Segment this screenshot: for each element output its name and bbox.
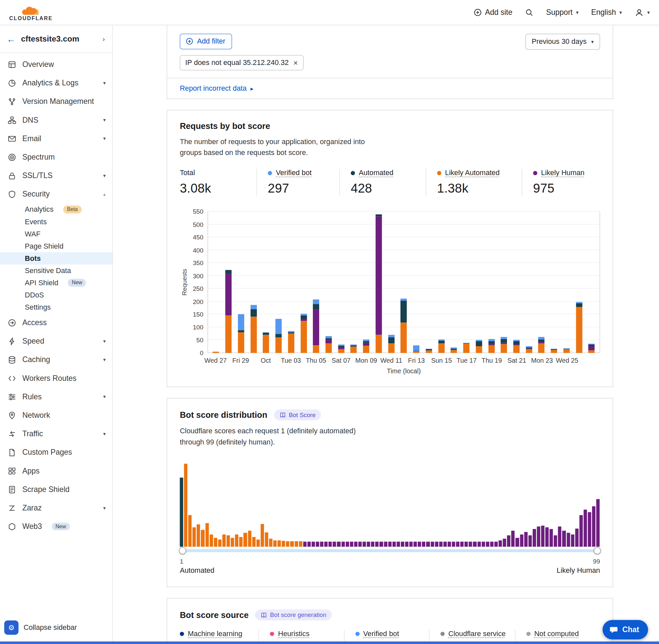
chevron-right-icon[interactable]: › xyxy=(102,35,105,43)
account-menu[interactable]: ▾ xyxy=(635,8,650,17)
sidebar-item-apps[interactable]: Apps xyxy=(0,462,112,480)
language-menu[interactable]: English ▾ xyxy=(591,8,622,17)
distribution-bar xyxy=(278,540,281,547)
x-tick: Fri 13 xyxy=(410,357,423,365)
stat-label: Verified bot xyxy=(276,169,312,178)
sidebar-item-label: Zaraz xyxy=(22,504,42,512)
sidebar-item-settings[interactable]: Settings xyxy=(0,301,112,313)
sidebar-item-analytics-logs[interactable]: Analytics & Logs▾ xyxy=(0,74,112,92)
sidebar-item-analytics[interactable]: AnalyticsBeta xyxy=(0,204,112,216)
distribution-bar xyxy=(371,542,375,547)
slider-handle-min[interactable] xyxy=(179,547,186,554)
gear-icon[interactable]: ⚙ xyxy=(4,620,19,635)
sidebar-item-overview[interactable]: Overview xyxy=(0,55,112,73)
distribution-bar xyxy=(222,534,226,547)
stat-label-row: Verified bot xyxy=(268,169,330,178)
sidebar-nav: OverviewAnalytics & Logs▾Version Managem… xyxy=(0,53,112,536)
requests-card-description: The number of requests to your applicati… xyxy=(180,137,378,158)
distribution-bar xyxy=(320,542,323,547)
bot-score-generation-badge[interactable]: Bot score generation xyxy=(256,610,332,620)
filter-chip[interactable]: IP does not equal 35.212.240.32 × xyxy=(180,55,303,70)
sidebar-item-label: Scrape Shield xyxy=(22,485,70,494)
stat-label-row: Cloudflare service xyxy=(441,630,506,638)
collapse-sidebar-button[interactable]: ⚙ Collapse sidebar xyxy=(0,615,112,641)
search-button[interactable] xyxy=(525,8,534,17)
zaraz-icon xyxy=(7,504,17,512)
chat-button[interactable]: Chat xyxy=(603,620,648,639)
y-tick-label: 50 xyxy=(196,337,204,344)
sidebar-item-label: Custom Pages xyxy=(22,448,72,457)
sidebar-item-zaraz[interactable]: Zaraz▾ xyxy=(0,499,112,517)
bar-segment-automated xyxy=(401,301,407,322)
distribution-bar xyxy=(469,542,472,547)
distribution-bar xyxy=(188,515,191,547)
chevron-down-icon: ▾ xyxy=(619,9,622,16)
bar-segment-likely-automated xyxy=(338,349,344,353)
chat-bubble-icon xyxy=(609,625,618,634)
add-filter-button[interactable]: Add filter xyxy=(180,33,232,49)
sidebar-item-scrape-shield[interactable]: Scrape Shield xyxy=(0,480,112,499)
sidebar-item-security[interactable]: Security▴ xyxy=(0,185,112,204)
distribution-bar xyxy=(265,532,268,547)
sidebar-item-ssl-tls[interactable]: SSL/TLS▾ xyxy=(0,166,112,185)
sidebar-item-label: Speed xyxy=(22,337,44,346)
distribution-bar xyxy=(422,542,425,547)
add-site-button[interactable]: Add site xyxy=(474,8,513,17)
chevron-down-icon: ▾ xyxy=(576,9,579,16)
sidebar-item-page-shield[interactable]: Page Shield xyxy=(0,240,112,252)
report-incorrect-data-link[interactable]: Report incorrect data ▸ xyxy=(167,78,613,98)
distribution-bar xyxy=(524,532,527,547)
sidebar-item-caching[interactable]: Caching▾ xyxy=(0,350,112,369)
distribution-bar xyxy=(571,534,574,547)
bar-segment-likely-automated xyxy=(451,350,457,353)
sidebar-item-spectrum[interactable]: Spectrum xyxy=(0,148,112,166)
cloudflare-logo[interactable]: CLOUDFLARE xyxy=(9,5,53,21)
sidebar-item-sensitive-data[interactable]: Sensitive Data xyxy=(0,264,112,277)
slider-track[interactable] xyxy=(180,549,600,552)
sidebar-item-label: Security xyxy=(22,190,50,199)
sidebar-item-network[interactable]: Network xyxy=(0,406,112,424)
legend-dot xyxy=(526,632,531,636)
distribution-bar xyxy=(533,529,536,547)
stat-label-row: Verified bot xyxy=(355,630,420,638)
back-arrow-icon[interactable]: ← xyxy=(6,34,16,44)
sidebar-item-workers-routes[interactable]: Workers Routes xyxy=(0,369,112,388)
sidebar-item-label: Rules xyxy=(22,392,42,401)
time-range-select[interactable]: Previous 30 days ▾ xyxy=(525,33,600,50)
requests-stats-row: Total3.08kVerified bot297Automated428Lik… xyxy=(180,169,600,195)
sidebar-item-rules[interactable]: Rules▾ xyxy=(0,388,112,406)
x-tick: Mon 23 xyxy=(536,357,548,365)
sidebar-item-access[interactable]: Access xyxy=(0,313,112,332)
bar-segment-automated xyxy=(300,316,307,319)
distribution-bar xyxy=(490,542,494,547)
stat-label-row: Total xyxy=(180,169,247,178)
bar-segment-likely-automated xyxy=(288,334,294,353)
distribution-bar xyxy=(426,542,429,547)
slider-handle-max[interactable] xyxy=(594,547,601,554)
sidebar-item-custom-pages[interactable]: Custom Pages xyxy=(0,443,112,462)
x-tick: Mon 09 xyxy=(360,357,373,365)
collapse-sidebar-label: Collapse sidebar xyxy=(24,623,77,632)
distribution-bar xyxy=(503,538,506,547)
sidebar-item-dns[interactable]: DNS▾ xyxy=(0,111,112,129)
bar-slot xyxy=(247,305,260,353)
distribution-card-description: Cloudflare scores each request 1 (defini… xyxy=(180,426,370,447)
sidebar-item-bots[interactable]: Bots xyxy=(0,252,112,264)
sidebar-item-events[interactable]: Events xyxy=(0,216,112,228)
distribution-bar xyxy=(541,526,544,547)
sidebar-item-api-shield[interactable]: API ShieldNew xyxy=(0,277,112,289)
sidebar-item-version-management[interactable]: Version Management xyxy=(0,92,112,111)
sidebar-item-ddos[interactable]: DDoS xyxy=(0,289,112,301)
distribution-bar xyxy=(414,542,417,547)
sidebar-item-speed[interactable]: Speed▾ xyxy=(0,332,112,350)
sidebar-item-traffic[interactable]: Traffic▾ xyxy=(0,425,112,443)
sidebar-item-waf[interactable]: WAF xyxy=(0,228,112,240)
remove-filter-icon[interactable]: × xyxy=(293,59,298,67)
requests-bar xyxy=(313,299,319,353)
sidebar-item-web3[interactable]: Web3New xyxy=(0,518,112,536)
sidebar-item-email[interactable]: Email▾ xyxy=(0,129,112,148)
bar-segment-likely-automated xyxy=(576,307,582,353)
sidebar-item-label: Settings xyxy=(25,303,50,312)
support-menu[interactable]: Support ▾ xyxy=(546,8,578,17)
bot-score-badge[interactable]: Bot Score xyxy=(274,410,321,420)
